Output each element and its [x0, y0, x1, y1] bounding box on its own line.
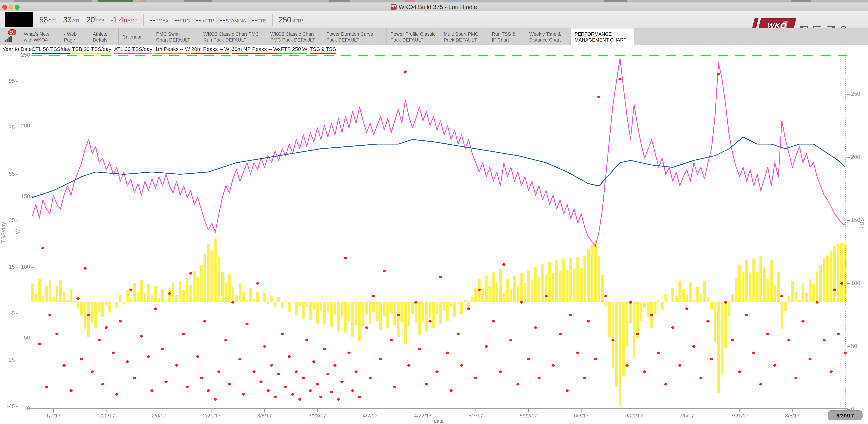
- tsb-bar[interactable]: [482, 289, 484, 302]
- tss-dot[interactable]: [333, 364, 337, 367]
- tss-dot[interactable]: [492, 320, 495, 323]
- tsb-bar[interactable]: [217, 257, 220, 302]
- tsb-bar[interactable]: [731, 295, 734, 302]
- selected-date-label[interactable]: 8/20/17: [836, 413, 854, 419]
- tss-dot[interactable]: [604, 295, 608, 297]
- tss-dot[interactable]: [545, 295, 548, 297]
- tsb-bar[interactable]: [91, 302, 93, 322]
- tss-dot[interactable]: [84, 267, 87, 270]
- tsb-bar[interactable]: [73, 301, 76, 302]
- tss-dot[interactable]: [597, 96, 600, 98]
- tss-dot[interactable]: [587, 320, 590, 323]
- tss-dot[interactable]: [474, 377, 477, 379]
- tab-power-duration-curve[interactable]: Power Duration Curve Pack DEFAULT: [322, 28, 386, 46]
- tss-dot[interactable]: [267, 389, 270, 392]
- tss-dot[interactable]: [372, 295, 375, 297]
- tsb-bar[interactable]: [453, 302, 456, 317]
- tsb-bar[interactable]: [231, 287, 234, 302]
- tss-dot[interactable]: [340, 381, 344, 383]
- tss-dot[interactable]: [115, 393, 118, 396]
- tsb-bar[interactable]: [404, 302, 407, 344]
- tsb-bar[interactable]: [330, 302, 333, 327]
- tsb-bar[interactable]: [175, 295, 178, 302]
- tsb-bar[interactable]: [80, 302, 83, 316]
- tsb-bar[interactable]: [689, 282, 692, 302]
- tsb-bar[interactable]: [105, 302, 107, 305]
- tsb-bar[interactable]: [263, 293, 266, 302]
- tss-dot[interactable]: [186, 386, 189, 388]
- tab-wko3-classic-chart-pmc[interactable]: WKO3 Classic Chart PMC Run Pack DEFAULT: [199, 28, 267, 46]
- tsb-bar[interactable]: [724, 302, 727, 348]
- tss-dot[interactable]: [76, 297, 80, 300]
- tsb-bar[interactable]: [707, 297, 709, 302]
- tsb-bar[interactable]: [770, 260, 773, 302]
- tss-dot[interactable]: [291, 393, 294, 396]
- tsb-bar[interactable]: [692, 300, 695, 302]
- tss-dot[interactable]: [404, 70, 407, 73]
- tsb-bar[interactable]: [436, 302, 438, 314]
- tab-calendar[interactable]: Calendar: [119, 28, 152, 46]
- tsb-bar[interactable]: [196, 277, 199, 302]
- tsb-bar[interactable]: [228, 274, 231, 302]
- chart-library-button[interactable]: 10: [0, 28, 20, 46]
- tss-dot[interactable]: [692, 345, 695, 347]
- tsb-bar[interactable]: [133, 282, 136, 302]
- tsb-bar[interactable]: [700, 294, 702, 302]
- tss-dot[interactable]: [502, 263, 505, 266]
- tsb-bar[interactable]: [488, 286, 491, 302]
- tsb-bar[interactable]: [158, 298, 160, 302]
- tsb-bar[interactable]: [629, 302, 632, 323]
- tss-dot[interactable]: [435, 370, 439, 373]
- tsb-bar[interactable]: [506, 279, 509, 302]
- tss-dot[interactable]: [780, 295, 783, 297]
- tsb-bar[interactable]: [351, 302, 354, 336]
- tss-dot[interactable]: [527, 358, 530, 360]
- tsb-bar[interactable]: [161, 289, 164, 302]
- tsb-bar[interactable]: [288, 302, 290, 312]
- tsb-bar[interactable]: [502, 293, 505, 302]
- tsb-bar[interactable]: [400, 302, 403, 322]
- tss-dot[interactable]: [224, 339, 227, 341]
- tsb-bar[interactable]: [615, 302, 618, 387]
- tsb-bar[interactable]: [527, 270, 530, 302]
- tss-dot[interactable]: [379, 358, 382, 360]
- tss-dot[interactable]: [358, 396, 361, 398]
- tsb-bar[interactable]: [791, 281, 794, 302]
- tss-dot[interactable]: [752, 352, 755, 354]
- tsb-bar[interactable]: [520, 273, 523, 302]
- tss-dot[interactable]: [808, 358, 812, 360]
- tsb-bar[interactable]: [710, 302, 713, 310]
- tab-run-tss-[interactable]: Run TSS & IF Chart: [488, 28, 525, 46]
- tsb-bar[interactable]: [531, 280, 533, 302]
- tsb-bar[interactable]: [601, 275, 604, 302]
- tsb-bar[interactable]: [122, 302, 125, 304]
- tsb-bar[interactable]: [56, 286, 58, 302]
- tss-dot[interactable]: [274, 396, 277, 398]
- tss-dot[interactable]: [759, 383, 763, 386]
- tss-dot[interactable]: [168, 292, 171, 295]
- tsb-bar[interactable]: [379, 302, 382, 330]
- tsb-bar[interactable]: [745, 260, 748, 302]
- tss-dot[interactable]: [382, 270, 386, 272]
- tss-dot[interactable]: [499, 370, 502, 373]
- tsb-bar[interactable]: [464, 300, 466, 302]
- tsb-bar[interactable]: [414, 302, 417, 323]
- tss-dot[interactable]: [326, 373, 330, 375]
- tss-dot[interactable]: [457, 333, 460, 335]
- tss-dot[interactable]: [284, 386, 287, 388]
- tss-dot[interactable]: [534, 326, 537, 329]
- tsb-bar[interactable]: [429, 302, 431, 318]
- tsb-bar[interactable]: [738, 266, 741, 302]
- tsb-bar[interactable]: [485, 276, 488, 302]
- tsb-bar[interactable]: [256, 292, 259, 302]
- tsb-bar[interactable]: [760, 255, 762, 302]
- tss-dot[interactable]: [41, 247, 44, 249]
- tsb-bar[interactable]: [87, 302, 90, 337]
- tsb-bar[interactable]: [562, 259, 565, 302]
- tss-dot[interactable]: [104, 326, 108, 329]
- tsb-bar[interactable]: [49, 280, 51, 302]
- tsb-bar[interactable]: [302, 302, 305, 319]
- tsb-bar[interactable]: [626, 302, 628, 347]
- tsb-bar[interactable]: [728, 302, 731, 316]
- tsb-bar[interactable]: [116, 302, 118, 308]
